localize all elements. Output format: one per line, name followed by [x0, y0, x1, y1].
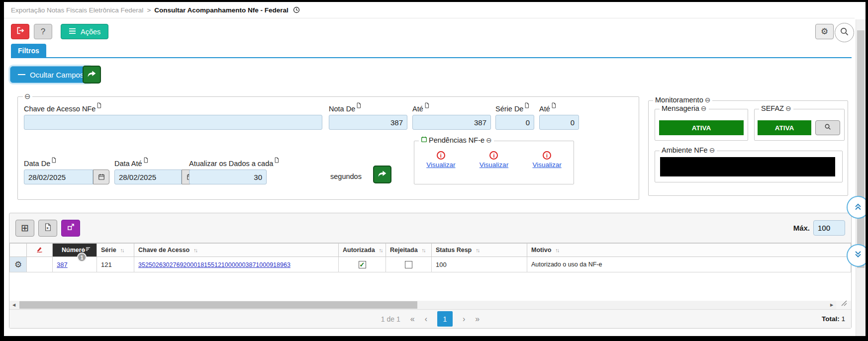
column-header-motivo[interactable]: Motivo↑↓: [527, 244, 851, 257]
breadcrumb-parent-link[interactable]: Exportação Notas Fiscais Eletrônica Fede…: [11, 6, 143, 14]
copy-icon: [424, 102, 429, 110]
exit-button[interactable]: [11, 24, 29, 39]
table-row: ⚙ 387 121 352502630276920001815512100000…: [10, 257, 851, 272]
column-header-autorizada[interactable]: Autorizada↑↓: [339, 244, 386, 257]
scroll-right-arrow[interactable]: ▶: [827, 301, 836, 309]
current-page-button[interactable]: 1: [437, 311, 453, 327]
pagination-bar: 1 de 1 « ‹ 1 › » Total: 1: [9, 309, 851, 328]
info-icon: i: [437, 151, 445, 160]
row-motivo-cell: Autorizado o uso da NF-e: [527, 257, 851, 272]
segundos-label: segundos: [330, 172, 362, 180]
results-panel: ⊞ x Máx.: [9, 213, 852, 329]
copy-icon: [51, 157, 56, 165]
header-row: Número ↓ 1 Série↑↓ Chave de Acesso↑↓: [10, 244, 851, 257]
ocultar-campos-label: Ocultar Campos: [30, 71, 84, 79]
sefaz-title: SEFAZ: [761, 104, 784, 112]
copy-icon: [524, 102, 529, 110]
monitoramento-panel: Monitoramento ⊖ Mensageria ⊖ ATIVA SEFAZ…: [648, 100, 848, 196]
app-window: Exportação Notas Fiscais Eletrônica Fede…: [4, 2, 866, 336]
chave-acesso-field: Chave de Acesso NFe: [24, 102, 322, 130]
total-count: Total: 1: [822, 315, 845, 323]
pendencia-item: i Visualizar: [480, 151, 508, 169]
max-input[interactable]: [813, 220, 845, 236]
mensageria-status-badge: ATIVA: [659, 120, 744, 135]
collapse-filters-icon[interactable]: ⊖: [23, 92, 32, 100]
search-icon: [840, 27, 849, 38]
resize-grip[interactable]: [840, 299, 847, 308]
collapse-mensageria-icon[interactable]: ⊖: [701, 105, 707, 112]
last-page-button[interactable]: »: [475, 315, 480, 324]
serie-de-field: Série De: [495, 102, 534, 130]
refresh-data-button[interactable]: [373, 166, 391, 183]
atualizar-input[interactable]: [189, 170, 267, 184]
prev-page-button[interactable]: ‹: [425, 315, 427, 324]
mensageria-title: Mensageria: [662, 104, 699, 112]
column-header-chave[interactable]: Chave de Acesso↑↓: [134, 244, 339, 257]
scroll-left-arrow[interactable]: ◀: [9, 301, 18, 309]
ocultar-campos-button[interactable]: Ocultar Campos: [10, 66, 92, 83]
visualizar-link[interactable]: Visualizar: [480, 161, 508, 169]
sefaz-panel: SEFAZ ⊖ ATIVA: [754, 109, 845, 141]
column-header-serie[interactable]: Série↑↓: [97, 244, 134, 257]
serie-ate-input[interactable]: [539, 115, 579, 130]
column-layout-button[interactable]: ⊞: [15, 220, 34, 237]
column-header-assinatura[interactable]: [27, 244, 53, 257]
column-header-numero[interactable]: Número ↓ 1: [53, 244, 97, 257]
autorizada-checkbox[interactable]: ✓: [359, 261, 366, 268]
export-excel-button[interactable]: x: [38, 220, 57, 237]
gear-icon: ⚙: [821, 26, 828, 37]
row-serie-cell: 121: [97, 257, 134, 272]
data-ate-label: Data Até: [114, 157, 198, 168]
first-page-button[interactable]: «: [410, 315, 415, 324]
collapse-monitoramento-icon[interactable]: ⊖: [705, 96, 711, 103]
settings-button[interactable]: ⚙: [815, 24, 834, 39]
collapse-ambiente-icon[interactable]: ⊖: [709, 147, 715, 154]
chave-acesso-input[interactable]: [24, 115, 322, 130]
acoes-button[interactable]: Ações: [61, 24, 108, 39]
minus-icon: [18, 74, 25, 76]
row-actions-button[interactable]: ⚙: [10, 257, 27, 272]
copy-icon: [356, 102, 361, 110]
tab-filtros[interactable]: Filtros: [11, 44, 46, 57]
data-ate-input[interactable]: [114, 170, 182, 184]
grid-toolbar: ⊞ x Máx.: [9, 213, 851, 243]
visualizar-link[interactable]: Visualizar: [533, 161, 562, 169]
column-header-rejeitada[interactable]: Rejeitada↑↓: [386, 244, 432, 257]
pendencias-title: Pendências NF-e: [429, 136, 484, 144]
expand-grid-button[interactable]: [61, 220, 80, 237]
tab-underline: [11, 57, 852, 58]
column-header-status-resp[interactable]: Status Resp↑↓: [432, 244, 527, 257]
sort-icon: ↑↓: [193, 247, 197, 253]
serie-de-input[interactable]: [495, 115, 534, 130]
sort-icon: ↑↓: [379, 247, 383, 253]
info-icon: i: [489, 151, 498, 160]
nota-de-field: Nota De: [329, 102, 407, 130]
scroll-to-bottom-button[interactable]: [847, 244, 866, 267]
nota-de-input[interactable]: [329, 115, 407, 130]
rejeitada-checkbox[interactable]: [405, 261, 412, 268]
nota-ate-input[interactable]: [412, 115, 491, 130]
calendar-button[interactable]: [93, 170, 109, 184]
monitoramento-title: Monitoramento: [655, 96, 703, 104]
help-label: ?: [41, 27, 45, 37]
search-button[interactable]: [835, 23, 854, 42]
page-info: 1 de 1: [381, 315, 400, 323]
results-table-area: Número ↓ 1 Série↑↓ Chave de Acesso↑↓: [9, 243, 851, 301]
horizontal-scroll-thumb[interactable]: [19, 301, 417, 309]
numero-link[interactable]: 387: [57, 261, 68, 268]
collapse-pendencias-icon[interactable]: ⊖: [486, 137, 492, 144]
refresh-forward-button[interactable]: [83, 66, 101, 84]
sort-icon: ↑↓: [120, 247, 124, 253]
next-page-button[interactable]: ›: [463, 315, 465, 324]
data-de-input[interactable]: [24, 170, 93, 184]
sort-icon: ↑↓: [476, 247, 479, 253]
serie-ate-field: Até: [539, 102, 579, 130]
collapse-sefaz-icon[interactable]: ⊖: [785, 105, 791, 112]
visualizar-link[interactable]: Visualizar: [426, 161, 455, 169]
vertical-scroll-thumb[interactable]: [857, 30, 865, 268]
chave-acesso-link[interactable]: 3525026302769200018155121000000387100091…: [138, 261, 290, 268]
sefaz-search-button[interactable]: [815, 120, 840, 135]
help-button[interactable]: ?: [34, 24, 52, 39]
vertical-scrollbar: [856, 19, 866, 336]
scroll-to-top-button[interactable]: [847, 196, 866, 219]
